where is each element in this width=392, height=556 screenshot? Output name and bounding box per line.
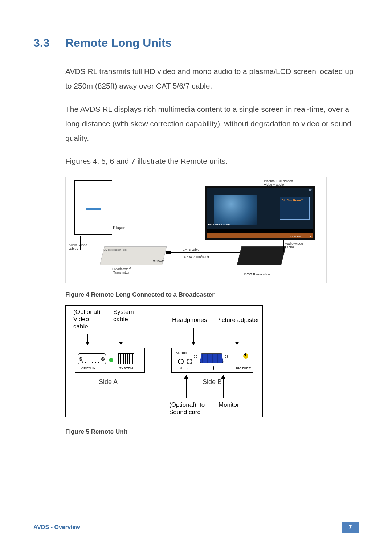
label-transmitter-side: AV Distribution Point xyxy=(104,249,127,251)
arrow-down-icon xyxy=(87,334,88,345)
label-optional-sound: (Optional) to Sound card xyxy=(169,401,205,416)
label-broadcaster: Broadcaster/ Transmitter xyxy=(112,267,131,274)
section-title: Remote Long Units xyxy=(65,36,172,50)
arrow-down-icon xyxy=(237,328,237,345)
audio-in-jack-icon xyxy=(178,359,184,364)
audio-out-jack-icon xyxy=(187,359,192,364)
monitor-port-icon xyxy=(213,364,220,370)
arrow-down-icon xyxy=(193,328,194,345)
section-heading: 3.3 Remote Long Units xyxy=(33,36,359,50)
label-transmitter-code: MINICOM xyxy=(153,259,164,262)
label-player: Player xyxy=(113,225,125,230)
rj45-port-icon xyxy=(118,353,134,364)
label-system: SYSTEM xyxy=(119,367,133,370)
screen-temperature: 39° xyxy=(309,189,312,191)
rj45-plug-icon xyxy=(166,251,171,254)
section-number: 3.3 xyxy=(33,36,65,50)
label-optional-video: (Optional) Video cable xyxy=(73,308,101,330)
screen-didyouknow: Did You Know? xyxy=(280,197,309,203)
label-av-cable-right: Audio+video cables xyxy=(285,242,303,249)
label-picture: PICTURE xyxy=(236,367,251,370)
screen-clock: 11:47 PM xyxy=(290,235,301,238)
screw-nut-icon xyxy=(194,355,197,358)
remote-long-unit-icon xyxy=(237,246,286,265)
arrow-down-icon xyxy=(121,334,121,345)
paragraph-2: The AVDS RL displays rich multimedia con… xyxy=(65,102,359,146)
screw-nut-icon xyxy=(225,355,228,358)
label-side-a: Side A xyxy=(99,378,118,386)
label-upto: Up to 250m/825ft xyxy=(184,255,209,259)
paragraph-1: AVDS RL transmits full HD video and mono… xyxy=(65,64,359,93)
label-remote-long: AVDS Remote long xyxy=(244,273,271,276)
label-monitor: Monitor xyxy=(219,401,239,409)
label-system-cable: System cable xyxy=(113,308,134,323)
arrow-up-icon xyxy=(223,375,224,398)
arrow-up-icon xyxy=(186,375,187,398)
label-picture-adjuster: Picture adjuster xyxy=(216,316,259,324)
label-audio: AUDIO xyxy=(176,351,187,355)
label-av-cable-left: Audio+Video cables xyxy=(69,244,87,251)
label-side-b: Side B xyxy=(203,378,222,386)
side-b-panel: AUDIO IN ∩ PICTURE xyxy=(171,348,253,373)
paragraph-3: Figures 4, 5, 6 and 7 illustrate the Rem… xyxy=(65,154,359,168)
label-screen: Plasma/LCD screen Video + audio xyxy=(264,180,293,187)
figure-4: : : : : Player Audio+Video cables AV Dis… xyxy=(65,177,327,283)
vga-port-icon xyxy=(78,353,106,364)
headphone-icon: ∩ xyxy=(187,366,190,371)
picture-knob-icon xyxy=(243,353,248,359)
figure-4-caption: Figure 4 Remote Long Connected to a Broa… xyxy=(65,291,359,298)
figure-5: (Optional) Video cable System cable Head… xyxy=(65,305,263,417)
label-headphones: Headphones xyxy=(172,316,207,324)
label-video-in: VIDEO IN xyxy=(81,367,96,370)
figure-5-caption: Figure 5 Remote Unit xyxy=(65,428,359,436)
page-number: 7 xyxy=(342,522,359,533)
screen-artist-name: Paul McCartney xyxy=(208,223,230,226)
plasma-screen-icon: 39° Did You Know? Paul McCartney 11:47 P… xyxy=(205,186,315,240)
pc-tower-icon: : : : : xyxy=(74,180,112,235)
screen-logo-icon: ▲ xyxy=(309,235,312,238)
page-footer: AVDS - Overview 7 xyxy=(33,522,359,533)
side-a-panel: VIDEO IN SYSTEM xyxy=(75,348,145,373)
label-in: IN xyxy=(179,367,182,370)
vga-port-icon xyxy=(200,353,224,363)
status-led-icon xyxy=(109,358,113,362)
label-cat5: CAT5 cable xyxy=(183,248,199,252)
footer-title: AVDS - Overview xyxy=(33,524,80,531)
